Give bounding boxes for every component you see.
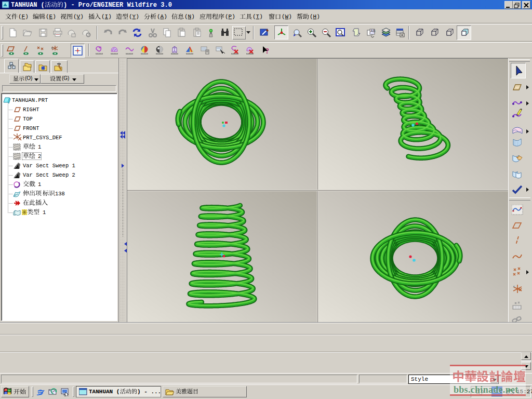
svg-text:?: ?: [265, 47, 269, 55]
svg-text:AB: AB: [370, 29, 376, 33]
